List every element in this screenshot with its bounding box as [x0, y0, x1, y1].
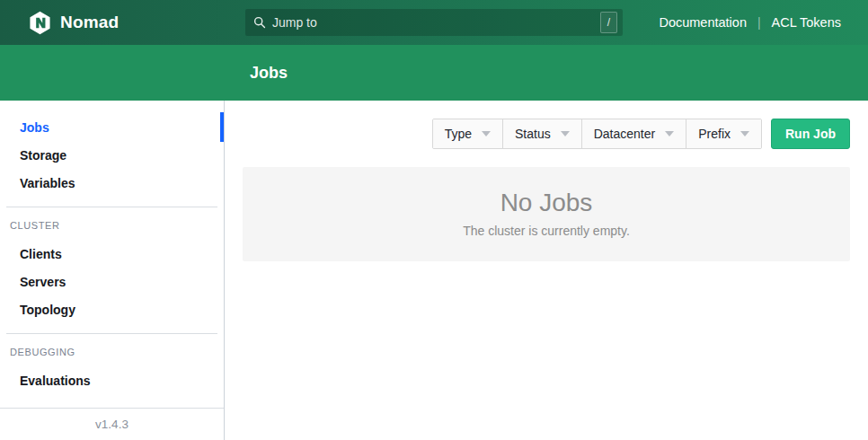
cluster-section-label: CLUSTER	[0, 217, 224, 240]
sidebar-item-jobs[interactable]: Jobs	[0, 113, 224, 141]
navbar-links: Documentation | ACL Tokens	[659, 15, 841, 30]
page-title: Jobs	[250, 64, 288, 83]
sidebar-divider	[6, 333, 217, 334]
dropdown-caret-icon	[665, 131, 674, 136]
empty-state-title: No Jobs	[500, 190, 593, 216]
link-separator: |	[757, 15, 761, 30]
search-icon	[253, 16, 266, 29]
nomad-hexagon-icon	[28, 11, 52, 35]
sidebar-item-evaluations[interactable]: Evaluations	[0, 366, 224, 394]
type-filter-dropdown[interactable]: Type	[433, 119, 502, 148]
sidebar-menu: Jobs Storage Variables CLUSTER Clients S…	[0, 101, 224, 408]
sidebar-item-storage[interactable]: Storage	[0, 141, 224, 169]
nomad-home-link[interactable]: Nomad	[28, 11, 119, 35]
acl-tokens-link[interactable]: ACL Tokens	[772, 15, 841, 30]
type-filter-label: Type	[445, 127, 472, 141]
sidebar-item-variables[interactable]: Variables	[0, 169, 224, 197]
search-placeholder: Jump to	[272, 15, 317, 30]
slash-shortcut-badge: /	[600, 12, 617, 33]
page-header: Jobs	[0, 45, 868, 101]
layout: Jobs Storage Variables CLUSTER Clients S…	[0, 101, 868, 440]
datacenter-filter-dropdown[interactable]: Datacenter	[581, 119, 686, 148]
documentation-link[interactable]: Documentation	[659, 15, 747, 30]
datacenter-filter-label: Datacenter	[594, 127, 655, 141]
main-content: Type Status Datacenter Prefix	[225, 101, 868, 440]
prefix-filter-dropdown[interactable]: Prefix	[686, 119, 761, 148]
dropdown-caret-icon	[482, 131, 491, 136]
sidebar-item-clients[interactable]: Clients	[0, 240, 224, 268]
dropdown-caret-icon	[561, 131, 570, 136]
filter-group: Type Status Datacenter Prefix	[432, 119, 762, 149]
status-filter-dropdown[interactable]: Status	[502, 119, 581, 148]
top-navbar: Nomad Jump to / Documentation | ACL Toke…	[0, 0, 868, 45]
debugging-section-label: DEBUGGING	[0, 344, 224, 366]
empty-state-message: The cluster is currently empty.	[463, 224, 630, 238]
version-label: v1.4.3	[95, 418, 128, 431]
sidebar-item-servers[interactable]: Servers	[0, 268, 224, 295]
jump-to-search-input[interactable]: Jump to /	[245, 9, 623, 36]
brand-name: Nomad	[60, 13, 119, 32]
status-filter-label: Status	[515, 127, 551, 141]
sidebar: Jobs Storage Variables CLUSTER Clients S…	[0, 101, 225, 440]
prefix-filter-label: Prefix	[698, 127, 731, 141]
jobs-toolbar: Type Status Datacenter Prefix	[243, 119, 850, 149]
version-footer: v1.4.3	[0, 408, 224, 440]
sidebar-item-topology[interactable]: Topology	[0, 295, 224, 323]
run-job-button[interactable]: Run Job	[771, 119, 850, 149]
dropdown-caret-icon	[740, 131, 749, 136]
sidebar-divider	[6, 207, 217, 207]
empty-state: No Jobs The cluster is currently empty.	[243, 167, 850, 261]
nomad-app: Nomad Jump to / Documentation | ACL Toke…	[0, 0, 868, 440]
